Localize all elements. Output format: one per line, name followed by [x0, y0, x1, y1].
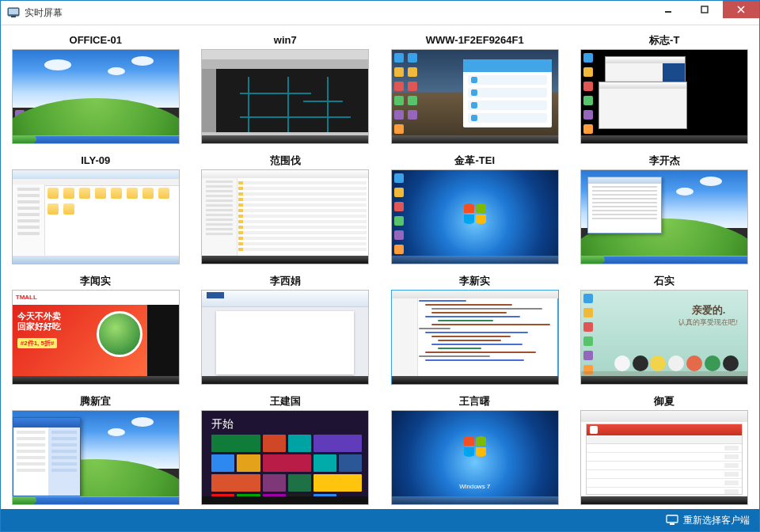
client-name-label: ILY-09: [81, 154, 110, 168]
content-area: OFFICE-01win7WWW-1F2EF9264F1标志-TILY-09范围…: [1, 25, 759, 509]
svg-rect-3: [665, 11, 671, 13]
client-thumbnail[interactable]: 李闻实TMALL今天不外卖回家好好吃#2件1, 5折#: [9, 274, 183, 385]
window-title: 实时屏幕: [25, 6, 63, 20]
client-name-label: 御夏: [654, 394, 674, 408]
client-thumbnail[interactable]: 标志-T: [578, 33, 752, 144]
minimize-button[interactable]: [650, 1, 686, 18]
client-name-label: 李闻实: [80, 274, 111, 288]
client-name-label: 金革-TEI: [454, 154, 495, 168]
client-name-label: 李西娟: [270, 274, 301, 288]
svg-rect-5: [667, 515, 678, 522]
client-name-label: win7: [274, 33, 297, 48]
footer-bar: 重新选择客户端: [1, 509, 759, 531]
svg-rect-6: [670, 523, 674, 525]
client-thumbnail[interactable]: 御夏: [578, 394, 752, 505]
maximize-button[interactable]: [686, 1, 723, 18]
client-thumbnail[interactable]: OFFICE-01: [9, 33, 183, 144]
client-thumbnail[interactable]: 腾新宜: [9, 394, 183, 505]
client-thumbnail[interactable]: WWW-1F2EF9264F1: [388, 33, 562, 144]
titlebar[interactable]: 实时屏幕: [1, 1, 759, 25]
client-thumbnail[interactable]: 王言曙Windows 7: [388, 394, 562, 505]
client-thumbnail[interactable]: 石实亲爱的.认真的享受现在吧!: [578, 274, 752, 385]
client-name-label: 范围伐: [270, 154, 301, 168]
client-name-label: 李开杰: [649, 154, 680, 168]
client-name-label: 标志-T: [649, 33, 679, 48]
client-name-label: 王言曙: [459, 394, 490, 408]
client-name-label: WWW-1F2EF9264F1: [426, 33, 524, 48]
thumbnail-grid: OFFICE-01win7WWW-1F2EF9264F1标志-TILY-09范围…: [9, 33, 751, 505]
client-name-label: 李新实: [459, 274, 490, 288]
client-name-label: 石实: [654, 274, 674, 288]
client-name-label: 王建国: [270, 394, 301, 408]
client-thumbnail[interactable]: 李开杰: [578, 154, 752, 264]
client-name-label: OFFICE-01: [70, 33, 122, 48]
client-thumbnail[interactable]: 范围伐: [199, 154, 373, 264]
app-icon: [7, 6, 20, 19]
reselect-clients-button[interactable]: 重新选择客户端: [666, 514, 750, 527]
close-button[interactable]: [723, 1, 759, 18]
svg-rect-2: [11, 16, 16, 17]
client-thumbnail[interactable]: 李新实: [388, 274, 562, 385]
app-window: 实时屏幕 OFFICE-01win7WWW-1F2EF9264F1标志-TILY…: [0, 0, 760, 532]
monitor-icon: [666, 515, 678, 526]
client-name-label: 腾新宜: [80, 394, 111, 408]
svg-rect-4: [701, 6, 708, 13]
client-thumbnail[interactable]: 金革-TEI: [388, 154, 562, 264]
window-buttons: [650, 1, 759, 18]
svg-rect-1: [9, 9, 18, 14]
client-thumbnail[interactable]: ILY-09: [9, 154, 183, 264]
client-thumbnail[interactable]: win7: [199, 33, 373, 144]
reselect-clients-label: 重新选择客户端: [683, 514, 750, 527]
client-thumbnail[interactable]: 王建国开始: [199, 394, 373, 505]
client-thumbnail[interactable]: 李西娟: [199, 274, 373, 385]
